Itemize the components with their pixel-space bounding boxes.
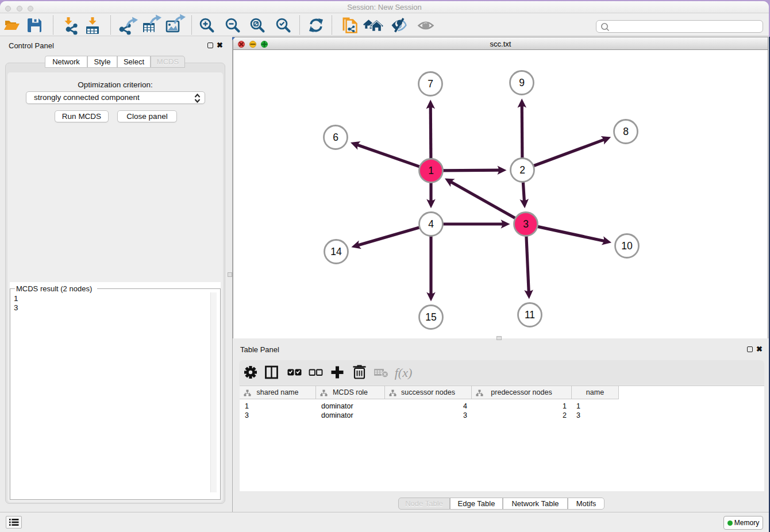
svg-text:10: 10 xyxy=(621,240,633,252)
svg-text:f(x): f(x) xyxy=(395,365,413,380)
svg-text:6: 6 xyxy=(333,132,338,143)
svg-text:11: 11 xyxy=(525,309,535,321)
svg-text:2: 2 xyxy=(519,164,525,176)
svg-text:14: 14 xyxy=(330,246,342,257)
svg-text:8: 8 xyxy=(623,126,629,137)
svg-text:1: 1 xyxy=(428,165,434,176)
svg-text:7: 7 xyxy=(428,78,433,90)
svg-text:15: 15 xyxy=(425,311,436,323)
svg-text:9: 9 xyxy=(519,77,525,88)
svg-text:4: 4 xyxy=(428,218,434,230)
svg-text:3: 3 xyxy=(523,218,529,230)
